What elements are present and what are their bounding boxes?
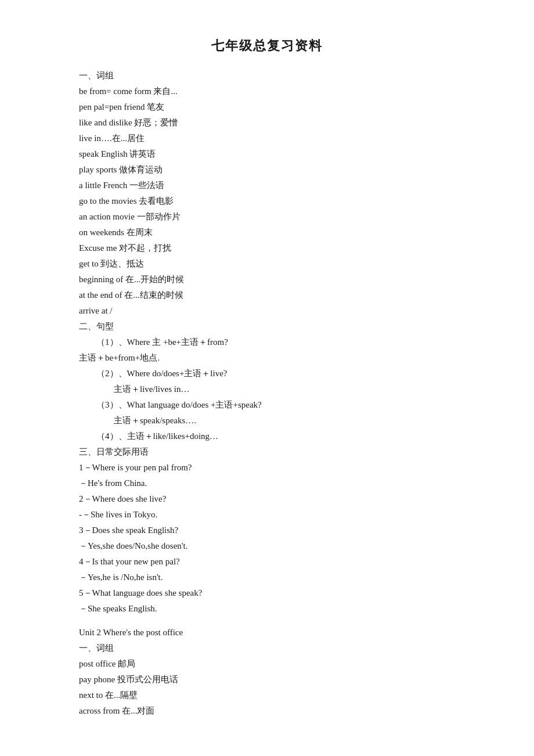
- line-conv3-a: －Yes,she does/No,she dosen't.: [79, 538, 455, 554]
- line-conv1-a: －He's from China.: [79, 476, 455, 491]
- line-next-to: next to 在...隔壁: [79, 687, 455, 703]
- section2-heading: 二、句型: [79, 319, 455, 334]
- line-pattern2-label: （2）、Where do/does+主语＋live?: [79, 366, 455, 381]
- line-conv2-q: 2－Where does she live?: [79, 491, 455, 507]
- line-excuse-me: Excuse me 对不起，打扰: [79, 240, 455, 256]
- line-at-end: at the end of 在...结束的时候: [79, 287, 455, 303]
- line-pen-pal: pen pal=pen friend 笔友: [79, 99, 455, 115]
- line-pattern1-answer: 主语＋be+from+地点.: [79, 350, 455, 366]
- line-live-in: live in….在...居住: [79, 131, 455, 146]
- line-speak-english: speak English 讲英语: [79, 146, 455, 162]
- line-pattern2-answer: 主语＋live/lives in…: [79, 381, 455, 397]
- line-pattern4: （4）、主语＋like/likes+doing…: [79, 429, 455, 444]
- line-conv5-q: 5－What language does she speak?: [79, 585, 455, 601]
- section3-heading: 三、日常交际用语: [79, 444, 455, 460]
- line-post-office: post office 邮局: [79, 656, 455, 672]
- section1-heading: 一、词组: [79, 68, 455, 84]
- unit2-title: Unit 2 Where's the post office: [79, 625, 455, 640]
- page-title: 七年级总复习资料: [79, 35, 455, 57]
- line-get-to: get to 到达、抵达: [79, 256, 455, 272]
- line-beginning-of: beginning of 在...开始的时候: [79, 272, 455, 287]
- line-action-movie: an action movie 一部动作片: [79, 209, 455, 225]
- line-pattern3-answer: 主语＋speak/speaks….: [79, 413, 455, 429]
- section4-heading: 一、词组: [79, 640, 455, 656]
- line-play-sports: play sports 做体育运动: [79, 162, 455, 178]
- line-conv4-q: 4－Is that your new pen pal?: [79, 554, 455, 570]
- line-be-from: be from= come form 来自...: [79, 84, 455, 99]
- line-like-dislike: like and dislike 好恶；爱憎: [79, 115, 455, 131]
- line-on-weekends: on weekends 在周末: [79, 225, 455, 240]
- line-conv4-a: －Yes,he is /No,he isn't.: [79, 570, 455, 585]
- line-pattern3-label: （3）、What language do/does +主语+speak?: [79, 397, 455, 413]
- line-go-movies: go to the movies 去看电影: [79, 193, 455, 209]
- line-across-from: across from 在...对面: [79, 703, 455, 719]
- line-conv1-q: 1－Where is your pen pal from?: [79, 460, 455, 476]
- line-conv5-a: －She speaks English.: [79, 601, 455, 617]
- line-pattern1-label: （1）、Where 主 +be+主语＋from?: [79, 334, 455, 350]
- line-conv3-q: 3－Does she speak English?: [79, 523, 455, 538]
- line-conv2-a: -－She lives in Tokyo.: [79, 507, 455, 523]
- line-little-french: a little French 一些法语: [79, 178, 455, 193]
- line-pay-phone: pay phone 投币式公用电话: [79, 672, 455, 687]
- line-arrive-at: arrive at /: [79, 303, 455, 319]
